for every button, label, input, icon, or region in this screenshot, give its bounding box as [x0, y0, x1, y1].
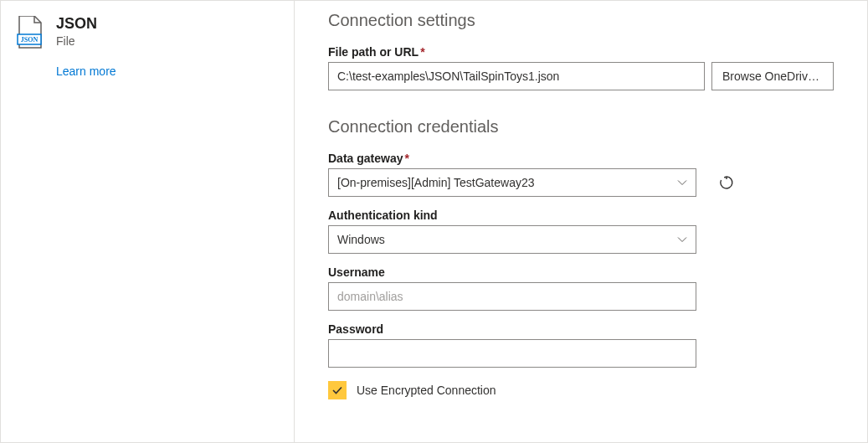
gateway-select-value: [On-premises][Admin] TestGateway23 [337, 176, 535, 189]
sidebar: JSON JSON File Learn more [1, 1, 294, 442]
use-encrypted-checkbox[interactable] [328, 381, 347, 399]
main-panel: Connection settings File path or URL* Br… [295, 1, 867, 442]
svg-text:JSON: JSON [21, 36, 39, 44]
refresh-icon [719, 175, 734, 190]
use-encrypted-label: Use Encrypted Connection [357, 384, 496, 397]
username-input[interactable] [328, 282, 696, 311]
gateway-label-text: Data gateway [328, 152, 403, 165]
connection-settings-heading: Connection settings [328, 11, 834, 30]
connection-credentials-heading: Connection credentials [328, 117, 834, 137]
connector-title: JSON [56, 14, 116, 33]
json-file-icon: JSON [16, 16, 43, 49]
required-asterisk: * [404, 152, 408, 165]
filepath-label: File path or URL* [328, 45, 834, 59]
auth-kind-select[interactable]: Windows [328, 225, 696, 254]
username-label: Username [328, 265, 834, 279]
gateway-label: Data gateway* [328, 152, 834, 165]
browse-onedrive-button[interactable]: Browse OneDrive... [711, 62, 834, 90]
filepath-label-text: File path or URL [328, 45, 419, 59]
connector-subtitle: File [56, 34, 116, 48]
auth-kind-value: Windows [337, 233, 385, 246]
auth-kind-label: Authentication kind [328, 209, 834, 222]
required-asterisk: * [420, 45, 424, 59]
gateway-select[interactable]: [On-premises][Admin] TestGateway23 [328, 168, 696, 197]
refresh-gateway-button[interactable] [713, 169, 740, 196]
learn-more-link[interactable]: Learn more [56, 64, 116, 78]
password-input[interactable] [328, 339, 696, 368]
checkmark-icon [331, 384, 343, 396]
chevron-down-icon [677, 178, 687, 188]
chevron-down-icon [677, 234, 687, 245]
filepath-input[interactable] [328, 62, 705, 90]
password-label: Password [328, 322, 834, 336]
